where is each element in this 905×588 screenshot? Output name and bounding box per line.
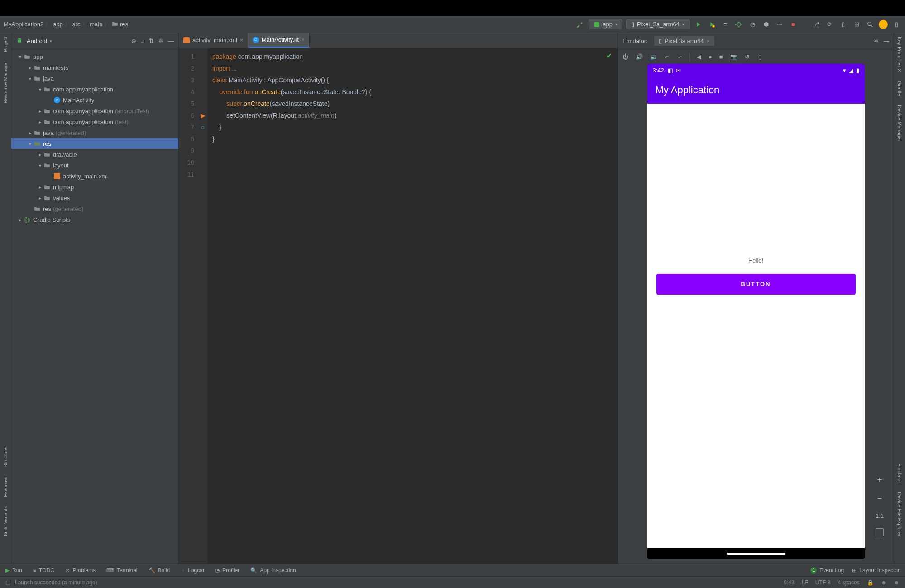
emulator-settings-icon[interactable]: ✲ (874, 38, 879, 44)
project-tab[interactable]: Project (3, 37, 8, 52)
editor-tab[interactable]: activity_main.xml× (179, 33, 248, 48)
apply-changes-icon[interactable] (707, 19, 717, 29)
breadcrumb-item[interactable]: res (112, 21, 128, 28)
app-button[interactable]: BUTTON (656, 274, 856, 295)
lock-icon[interactable]: 🔒 (867, 579, 874, 586)
tree-node[interactable]: ▸com.app.myapplication(androidTest) (11, 105, 178, 116)
sync-icon[interactable]: ⟳ (824, 19, 834, 29)
tree-node[interactable]: ▾com.app.myapplication (11, 84, 178, 95)
breadcrumb-item[interactable]: src (72, 21, 80, 28)
screenshot-icon[interactable]: 📷 (730, 53, 737, 60)
face1-icon[interactable]: ☻ (881, 579, 887, 586)
encoding[interactable]: UTF-8 (815, 579, 831, 586)
power-icon[interactable]: ⏻ (622, 53, 628, 60)
search-icon[interactable] (865, 19, 875, 29)
status-icon[interactable]: ▢ (5, 579, 10, 586)
snapshot-icon[interactable]: ↺ (745, 53, 750, 60)
tree-node[interactable]: ▾java (11, 73, 178, 84)
device-manager-tab[interactable]: Device Manager (897, 105, 902, 141)
overview-icon[interactable]: ■ (719, 53, 723, 60)
profiler-tool[interactable]: ◔ Profiler (215, 567, 239, 574)
avd-icon[interactable]: ▯ (838, 19, 848, 29)
resource-manager-tab[interactable]: Resource Manager (3, 61, 8, 104)
logcat-tool[interactable]: ≣ Logcat (181, 567, 204, 574)
zoom-actual[interactable]: 1:1 (876, 512, 884, 519)
tree-node[interactable]: res(generated) (11, 203, 178, 214)
run-config-select[interactable]: app▾ (589, 19, 622, 29)
zoom-in-icon[interactable]: + (877, 475, 882, 485)
tree-node[interactable]: ▸drawable (11, 149, 178, 160)
coverage-icon[interactable]: ≡ (720, 19, 730, 29)
inspections-ok-icon[interactable]: ✔ (606, 52, 612, 60)
tree-node[interactable]: ▸mipmap (11, 182, 178, 192)
breadcrumb-item[interactable]: app (53, 21, 63, 28)
more-icon[interactable]: ⋮ (757, 53, 763, 60)
emulator-screen[interactable]: 3:42 ◧ ✉ ▾ ◢ ▮ My Application Hello! BUT… (647, 64, 865, 559)
breadcrumb-item[interactable]: MyApplication2 (4, 21, 43, 28)
tree-node[interactable]: CMainActivity (11, 95, 178, 105)
account-icon[interactable]: ▯ (891, 19, 901, 29)
more-run-icon[interactable]: ⋯ (775, 19, 785, 29)
rotate-right-icon[interactable]: ⤻ (677, 53, 682, 60)
phone-navbar[interactable] (647, 548, 865, 559)
keypromoter-tab[interactable]: Key Promoter X (897, 37, 902, 72)
project-view-select[interactable]: Android (27, 38, 47, 44)
locate-icon[interactable]: ⊕ (131, 38, 136, 44)
back-icon[interactable]: ◀ (697, 53, 701, 60)
todo-tool[interactable]: ≡ TODO (33, 567, 54, 574)
tree-node[interactable]: ▾res (11, 138, 178, 149)
volume-down-icon[interactable]: 🔉 (650, 53, 657, 60)
profile-icon[interactable]: ◔ (747, 19, 757, 29)
tree-node[interactable]: ▸⟪⟫Gradle Scripts (11, 214, 178, 225)
tree-node[interactable]: ▾app (11, 51, 178, 62)
emulator-hide-icon[interactable]: — (883, 38, 889, 44)
expand-icon[interactable]: ≡ (141, 38, 144, 44)
breadcrumb[interactable]: MyApplication2〉app〉src〉main〉 res (4, 20, 128, 29)
run-tool[interactable]: ▶Run (5, 567, 22, 574)
indent[interactable]: 4 spaces (838, 579, 860, 586)
emulator-device-tab[interactable]: ▯Pixel 3a arm64× (654, 36, 714, 46)
breadcrumb-item[interactable]: main (90, 21, 102, 28)
event-log[interactable]: 1Event Log (810, 567, 844, 574)
tree-node[interactable]: ▸values (11, 192, 178, 203)
tree-node[interactable]: activity_main.xml (11, 171, 178, 182)
run-icon[interactable] (693, 19, 703, 29)
volume-up-icon[interactable]: 🔊 (636, 53, 643, 60)
rotate-left-icon[interactable]: ⤺ (665, 53, 670, 60)
zoom-out-icon[interactable]: − (877, 494, 882, 503)
hide-icon[interactable]: — (168, 38, 174, 44)
emulator-tab[interactable]: Emulator (897, 463, 902, 483)
sdk-icon[interactable]: ⊞ (852, 19, 862, 29)
settings-icon[interactable]: ✲ (158, 38, 163, 44)
build-hammer-icon[interactable] (575, 19, 585, 29)
build-tool[interactable]: 🔨 Build (148, 567, 170, 574)
device-file-explorer-tab[interactable]: Device File Explorer (897, 492, 902, 536)
collapse-icon[interactable]: ⇅ (149, 38, 154, 44)
editor-body[interactable]: 1234567891011 ▶○ package com.app.myappli… (179, 48, 618, 564)
home-icon[interactable]: ● (709, 53, 712, 60)
git-icon[interactable]: ⎇ (811, 19, 821, 29)
problems-tool[interactable]: ⊘ Problems (65, 567, 96, 574)
gradle-tab[interactable]: Gradle (897, 81, 902, 96)
debug-icon[interactable] (734, 19, 744, 29)
line-sep[interactable]: LF (802, 579, 808, 586)
gutter-marks[interactable]: ▶○ (198, 48, 208, 564)
tree-node[interactable]: ▸com.app.myapplication(test) (11, 116, 178, 127)
attach-debugger-icon[interactable]: ⬢ (761, 19, 771, 29)
layout-inspector[interactable]: ⊞ Layout Inspector (852, 567, 900, 574)
tree-node[interactable]: ▸manifests (11, 62, 178, 73)
tree-node[interactable]: ▸java(generated) (11, 127, 178, 138)
app-inspection-tool[interactable]: 🔍 App Inspection (250, 567, 296, 574)
code-area[interactable]: package com.app.myapplicationimport ...c… (208, 48, 618, 564)
caret-pos[interactable]: 9:43 (784, 579, 794, 586)
structure-tab[interactable]: Structure (3, 447, 8, 468)
editor-tab[interactable]: CMainActivity.kt× (248, 33, 310, 48)
stop-icon[interactable]: ■ (788, 19, 798, 29)
build-variants-tab[interactable]: Build Variants (3, 506, 8, 536)
terminal-tool[interactable]: ⌨ Terminal (106, 567, 137, 574)
avatar[interactable] (879, 20, 888, 29)
project-tree[interactable]: ▾app▸manifests▾java▾com.app.myapplicatio… (11, 49, 178, 564)
face2-icon[interactable]: ☻ (894, 579, 900, 586)
device-select[interactable]: ▯Pixel_3a_arm64▾ (626, 19, 690, 29)
zoom-fit-icon[interactable] (876, 528, 884, 536)
